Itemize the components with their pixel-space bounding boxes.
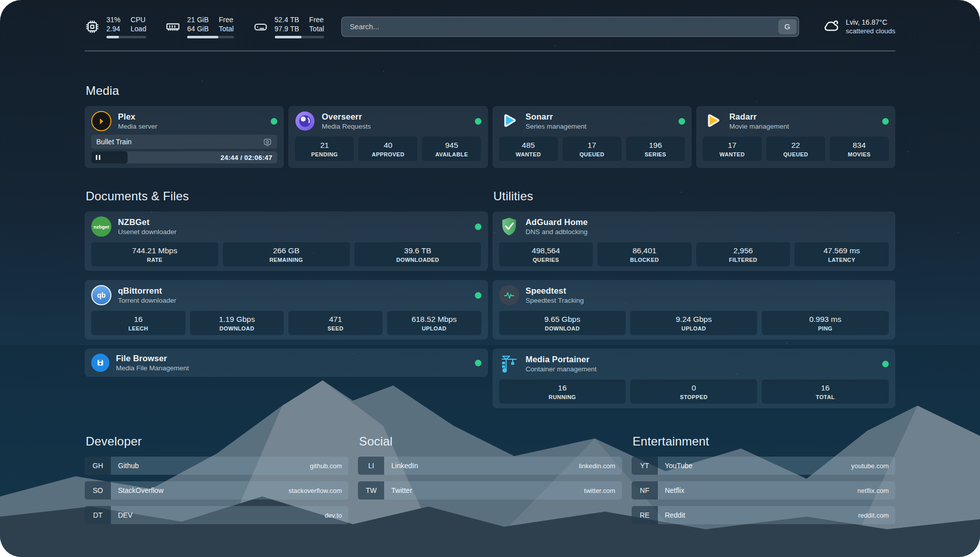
utilities-cards: AdGuard HomeDNS and adblocking498,564QUE… [493, 211, 896, 408]
bookmark-url: twitter.com [584, 487, 622, 494]
resource-value: 52.4 TB [275, 15, 299, 24]
bookmark-name: LinkedIn [384, 462, 418, 470]
stat-block-wanted: 17WANTED [703, 137, 762, 161]
stat-block-download: 9.65 GbpsDOWNLOAD [499, 311, 626, 335]
bookmark-twitter[interactable]: TWTwittertwitter.com [358, 481, 622, 499]
stat-block-stopped: 0STOPPED [630, 379, 757, 404]
stat-label: FILTERED [729, 257, 757, 263]
bookmark-linkedin[interactable]: LILinkedInlinkedin.com [358, 457, 622, 475]
service-card-adguard-home[interactable]: AdGuard HomeDNS and adblocking498,564QUE… [493, 211, 896, 271]
service-card-media-portainer[interactable]: Media PortainerContainer management16RUN… [493, 349, 896, 408]
stat-block-latency: 47.569 msLATENCY [794, 242, 889, 266]
resource-values: 21 GiB64 GiBFreeTotal [187, 15, 233, 33]
bookmark-url: linkedin.com [579, 462, 622, 470]
overseerr-icon [295, 111, 315, 131]
radarr-icon [703, 111, 723, 131]
service-card-nzbget[interactable]: nzbgetNZBGetUsenet downloader744.21 Mbps… [85, 211, 488, 271]
bookmark-netflix[interactable]: NFNetflixnetflix.com [632, 481, 895, 499]
service-name: Plex [118, 112, 157, 122]
bookmark-url: stackoverflow.com [288, 487, 348, 494]
stat-value: 485 [522, 141, 535, 150]
service-info: SonarrSeries management [526, 112, 587, 130]
service-card-header: AdGuard HomeDNS and adblocking [499, 216, 889, 237]
resource-value: 64 GiB [187, 24, 209, 33]
bookmark-reddit[interactable]: RERedditreddit.com [632, 506, 895, 524]
bookmark-name: Reddit [658, 511, 685, 519]
service-name: Radarr [729, 112, 789, 122]
search-provider-button[interactable]: G [778, 19, 797, 34]
stat-value: 47.569 ms [823, 246, 860, 255]
service-card-plex[interactable]: PlexMedia serverBullet Train24:44 / 02:0… [85, 106, 284, 168]
service-card-sonarr[interactable]: SonarrSeries management485WANTED17QUEUED… [493, 106, 692, 168]
stat-label: PING [818, 325, 833, 331]
service-description: DNS and adblocking [526, 228, 588, 236]
stat-block-ping: 0.993 msPING [762, 311, 889, 335]
bookmarks-section: DeveloperGHGithubgithub.comSOStackOverfl… [85, 434, 895, 524]
stat-label: LATENCY [828, 257, 855, 263]
service-card-header: nzbgetNZBGetUsenet downloader [91, 216, 481, 237]
sonarr-icon [499, 111, 519, 131]
stat-block-available: 945AVAILABLE [422, 137, 481, 161]
stat-block-upload: 9.24 GbpsUPLOAD [630, 311, 757, 335]
bookmark-abbr: NF [632, 481, 658, 499]
status-online-dot [271, 118, 277, 125]
adguard-icon [499, 216, 519, 237]
service-card-overseerr[interactable]: OverseerrMedia Requests21PENDING40APPROV… [288, 106, 487, 168]
stat-block-downloaded: 39.6 TBDOWNLOADED [354, 242, 481, 266]
service-description: Torrent downloader [118, 297, 176, 304]
service-name: NZBGet [118, 217, 176, 227]
stat-value: 21 [320, 141, 329, 150]
stat-block-queries: 498,564QUERIES [499, 242, 593, 266]
bookmark-list: LILinkedInlinkedin.comTWTwittertwitter.c… [358, 457, 622, 499]
resource-value: 31% [106, 15, 120, 24]
portainer-icon [499, 354, 519, 374]
bookmark-group-title: Developer [86, 434, 348, 449]
stat-value: 471 [329, 315, 342, 324]
service-info: AdGuard HomeDNS and adblocking [526, 217, 588, 236]
resource-value: 97.9 TB [275, 24, 299, 33]
now-playing-row[interactable]: Bullet Train [91, 135, 277, 149]
stat-block-movies: 834MOVIES [830, 137, 889, 161]
bookmark-name: DEV [111, 511, 133, 519]
bookmark-list: GHGithubgithub.comSOStackOverflowstackov… [85, 457, 348, 524]
cpu-icon [85, 19, 100, 34]
stat-label: RATE [147, 257, 163, 263]
resource-body: 21 GiB64 GiBFreeTotal [187, 15, 233, 38]
resource-values: 31%2.94CPULoad [106, 15, 146, 33]
stat-label: AVAILABLE [435, 151, 468, 157]
bookmark-abbr: RE [632, 506, 658, 524]
service-name: File Browser [116, 354, 189, 363]
bookmark-stackoverflow[interactable]: SOStackOverflowstackoverflow.com [85, 481, 348, 499]
service-card-speedtest[interactable]: SpeedtestSpeedtest Tracking9.65 GbpsDOWN… [493, 280, 896, 340]
service-card-file-browser[interactable]: File BrowserMedia File Management [85, 349, 488, 377]
resource-label: Free [309, 15, 324, 24]
stat-block-queued: 17QUEUED [563, 137, 622, 161]
resource-body: 31%2.94CPULoad [106, 15, 146, 38]
service-description: Movie management [729, 123, 789, 130]
playback-progress-bar: 24:44 / 02:06:47 [91, 151, 277, 163]
resource-label-column: FreeTotal [309, 15, 324, 33]
resource-widget-memory: 21 GiB64 GiBFreeTotal [165, 15, 233, 38]
plex-icon [91, 111, 111, 131]
stat-label: REMAINING [269, 257, 303, 263]
search-input[interactable] [349, 22, 778, 31]
bookmark-youtube[interactable]: YTYouTubeyoutube.com [632, 457, 895, 475]
stat-label: WANTED [719, 151, 745, 157]
stat-label: QUERIES [533, 257, 559, 263]
service-card-qbittorrent[interactable]: qbqBittorrentTorrent downloader16LEECH1.… [85, 280, 488, 340]
bookmark-url: youtube.com [851, 462, 895, 470]
weather-widget[interactable]: Lviv, 16.87°C scattered clouds [822, 17, 895, 37]
stat-value: 17 [587, 141, 596, 150]
stat-block-remaining: 266 GBREMAINING [223, 242, 350, 266]
service-info: PlexMedia server [118, 112, 157, 130]
bookmark-dev[interactable]: DTDEVdev.to [85, 506, 348, 524]
status-online-dot [475, 224, 481, 230]
bookmark-github[interactable]: GHGithubgithub.com [85, 457, 348, 475]
stat-value: 2,956 [733, 246, 753, 255]
service-card-radarr[interactable]: RadarrMovie management17WANTED22QUEUED83… [696, 106, 895, 168]
service-name: Media Portainer [526, 355, 597, 364]
service-description: Usenet downloader [118, 228, 176, 236]
stat-block-leech: 16LEECH [91, 311, 186, 335]
resource-body: 52.4 TB97.9 TBFreeTotal [275, 15, 324, 38]
stat-value: 22 [791, 141, 800, 150]
